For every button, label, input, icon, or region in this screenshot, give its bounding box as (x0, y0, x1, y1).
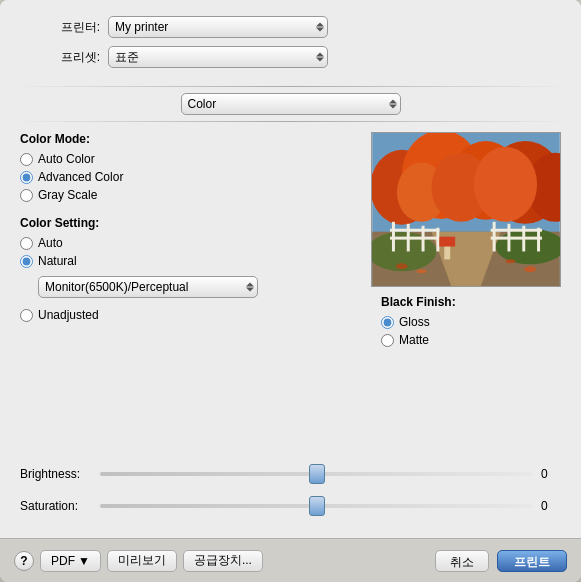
radio-item-advanced-color[interactable]: Advanced Color (20, 170, 361, 184)
radio-item-natural[interactable]: Natural (20, 254, 77, 268)
color-setting-group: Auto Natural Monitor(6500K)/Perceptual (20, 236, 361, 322)
color-bar: Color (0, 87, 581, 121)
radio-advanced-color[interactable] (20, 171, 33, 184)
radio-auto-color-label: Auto Color (38, 152, 95, 166)
svg-rect-17 (390, 229, 439, 232)
black-finish-title: Black Finish: (381, 295, 501, 309)
printer-select[interactable]: My printer (108, 16, 328, 38)
preview-button[interactable]: 미리보기 (107, 550, 177, 572)
natural-dropdown-row: Monitor(6500K)/Perceptual (38, 276, 361, 298)
radio-auto-color[interactable] (20, 153, 33, 166)
help-button[interactable]: ? (14, 551, 34, 571)
brightness-row: Brightness: 0 (20, 464, 561, 484)
black-finish-group: Gloss Matte (381, 315, 501, 347)
saturation-slider[interactable] (100, 504, 533, 508)
color-select-wrapper: Color (181, 93, 401, 115)
cancel-button[interactable]: 취소 (435, 550, 489, 572)
preset-select[interactable]: 표준 (108, 46, 328, 68)
radio-item-gray-scale[interactable]: Gray Scale (20, 188, 361, 202)
pdf-label: PDF (51, 554, 75, 568)
svg-point-28 (524, 266, 536, 272)
radio-auto[interactable] (20, 237, 33, 250)
pdf-button[interactable]: PDF ▼ (40, 550, 101, 572)
natural-select[interactable]: Monitor(6500K)/Perceptual (38, 276, 258, 298)
svg-rect-23 (491, 229, 542, 232)
radio-natural-label: Natural (38, 254, 77, 268)
radio-item-unadjusted[interactable]: Unadjusted (20, 308, 99, 322)
saturation-row: Saturation: 0 (20, 496, 561, 516)
sliders-section: Brightness: 0 Saturation: 0 (0, 454, 581, 528)
bottom-left-buttons: ? PDF ▼ 미리보기 공급장치... (14, 550, 263, 572)
bottom-right-buttons: 취소 프린트 (435, 550, 567, 572)
radio-gloss[interactable] (381, 316, 394, 329)
radio-unadjusted-label: Unadjusted (38, 308, 99, 322)
preview-label: 미리보기 (118, 552, 166, 569)
svg-point-27 (505, 259, 515, 263)
radio-unadjusted[interactable] (20, 309, 33, 322)
preview-image (371, 132, 561, 287)
supplies-label: 공급장치... (194, 552, 252, 569)
radio-gloss-label: Gloss (399, 315, 430, 329)
radio-matte-label: Matte (399, 333, 429, 347)
brightness-label: Brightness: (20, 467, 100, 481)
radio-natural[interactable] (20, 255, 33, 268)
svg-rect-18 (390, 237, 439, 240)
saturation-label: Saturation: (20, 499, 100, 513)
bottom-bar: ? PDF ▼ 미리보기 공급장치... 취소 프린트 (0, 538, 581, 582)
natural-row: Natural (20, 254, 361, 268)
left-panel: Color Mode: Auto Color Advanced Color Gr… (20, 132, 371, 454)
svg-point-8 (474, 147, 537, 222)
svg-point-25 (396, 263, 408, 269)
radio-item-auto[interactable]: Auto (20, 236, 361, 250)
radio-auto-label: Auto (38, 236, 63, 250)
brightness-slider-container (100, 464, 533, 484)
saturation-value: 0 (541, 499, 561, 513)
radio-gray-scale-label: Gray Scale (38, 188, 97, 202)
color-mode-title: Color Mode: (20, 132, 361, 146)
printer-select-wrapper: My printer (108, 16, 328, 38)
radio-gray-scale[interactable] (20, 189, 33, 202)
natural-select-wrapper: Monitor(6500K)/Perceptual (38, 276, 258, 298)
radio-item-gloss[interactable]: Gloss (381, 315, 501, 329)
radio-item-auto-color[interactable]: Auto Color (20, 152, 361, 166)
radio-matte[interactable] (381, 334, 394, 347)
saturation-slider-container (100, 496, 533, 516)
color-mode-group: Auto Color Advanced Color Gray Scale (20, 152, 361, 202)
print-button[interactable]: 프린트 (497, 550, 567, 572)
svg-point-26 (417, 269, 427, 273)
color-setting-title: Color Setting: (20, 216, 361, 230)
color-mode-select[interactable]: Color (181, 93, 401, 115)
color-setting-section: Color Setting: Auto Natural (20, 216, 361, 322)
printer-label: 프린터: (20, 19, 100, 36)
radio-advanced-color-label: Advanced Color (38, 170, 123, 184)
preset-select-wrapper: 표준 (108, 46, 328, 68)
svg-rect-30 (439, 237, 455, 247)
unadjusted-row: Unadjusted (20, 308, 361, 322)
radio-item-matte[interactable]: Matte (381, 333, 501, 347)
pdf-arrow-icon: ▼ (78, 554, 90, 568)
preset-label: 프리셋: (20, 49, 100, 66)
svg-rect-24 (491, 237, 542, 240)
supplies-button[interactable]: 공급장치... (183, 550, 263, 572)
brightness-slider[interactable] (100, 472, 533, 476)
right-panel: Black Finish: Gloss Matte (371, 295, 501, 347)
brightness-value: 0 (541, 467, 561, 481)
